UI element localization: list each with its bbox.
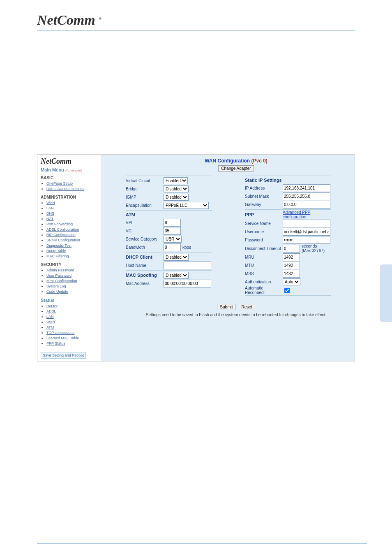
nav-link[interactable]: Route Table: [46, 249, 66, 253]
nav-link[interactable]: Admin Password: [46, 268, 74, 272]
page-title: WAN Configuration (Pvc 0): [126, 158, 346, 164]
field-input[interactable]: [164, 227, 181, 235]
atm-heading: ATM: [126, 211, 212, 218]
nav-link[interactable]: OnePage Setup: [46, 181, 73, 185]
nav-link[interactable]: Misc Configuration: [46, 279, 77, 283]
field-label: Authentication: [245, 280, 283, 284]
field-label: MRU: [245, 255, 283, 259]
field-label: Service Category: [126, 237, 164, 241]
field-label: VCI: [126, 229, 164, 233]
nav-link[interactable]: Learned MAC Table: [46, 336, 79, 340]
field-label: Bandwidth: [126, 245, 164, 250]
brand-logo: NetComm ®: [37, 12, 355, 31]
field-input[interactable]: Disabled: [164, 185, 189, 192]
nav-link[interactable]: System Log: [46, 284, 66, 288]
field-input[interactable]: [283, 220, 330, 227]
nav-link[interactable]: WAN: [46, 201, 55, 205]
field-input[interactable]: Auto: [283, 278, 300, 285]
submit-button[interactable]: Submit: [217, 304, 235, 310]
sidebar-logo: NetComm: [41, 157, 98, 166]
nav-link[interactable]: DNS: [46, 211, 54, 215]
field-input[interactable]: UBR: [164, 236, 182, 243]
nav-link[interactable]: Code Update: [46, 290, 68, 294]
field-label: IGMP: [126, 195, 164, 199]
nav-link[interactable]: WAN: [46, 320, 55, 324]
nav-link[interactable]: LAN: [46, 206, 54, 210]
section-security: SECURITY: [41, 262, 98, 267]
nav-link[interactable]: hide advanced settings: [46, 187, 84, 191]
reset-button[interactable]: Reset: [239, 304, 255, 310]
field-label: Disconnect Timeout: [245, 246, 283, 251]
sidebar: NetComm Main Menu (Advanced) BASIC OnePa…: [37, 155, 101, 361]
field-label: Encapsulation: [126, 203, 164, 208]
field-input[interactable]: [164, 262, 211, 269]
field-input[interactable]: [283, 270, 300, 278]
nav-link[interactable]: LAN: [46, 315, 54, 319]
change-adapter-button[interactable]: Change Adapter: [218, 165, 254, 171]
field-label: Subnet Mask: [245, 194, 283, 199]
field-label: IP Address: [245, 186, 283, 190]
field-label: VPI: [126, 220, 164, 225]
static-ip-heading: Static IP Settings: [245, 176, 331, 184]
field-input[interactable]: [283, 236, 330, 244]
router-admin-screenshot: NetComm Main Menu (Advanced) BASIC OnePa…: [37, 154, 355, 361]
field-label: MSS: [245, 271, 283, 276]
nav-link[interactable]: User Password: [46, 273, 71, 278]
nav-link[interactable]: ADSL: [46, 309, 56, 313]
field-label: Mac Address: [126, 281, 164, 286]
field-input[interactable]: Disabled: [164, 272, 189, 279]
section-admin: ADMINISTRATION: [41, 195, 98, 199]
nav-link[interactable]: Router: [46, 304, 58, 308]
field-input[interactable]: [283, 201, 330, 208]
section-status: Status: [41, 298, 98, 303]
nav-link[interactable]: Port Forwarding: [46, 222, 73, 226]
field-input[interactable]: Disabled: [164, 194, 189, 201]
field-input[interactable]: [283, 262, 300, 269]
field-input[interactable]: PPPoE LLC: [164, 202, 209, 209]
field-label: Automatic Reconnect: [245, 286, 283, 295]
field-label: Password: [245, 238, 283, 242]
nav-link[interactable]: Diagnostic Test: [46, 243, 71, 248]
main-menu-title: Main Menu (Advanced): [41, 167, 98, 172]
nav-link[interactable]: SNMP Configuration: [46, 238, 80, 242]
side-tab-decoration: [380, 264, 392, 322]
nav-link[interactable]: NAT: [46, 217, 53, 221]
nav-link[interactable]: PPP Status: [46, 341, 65, 345]
nav-link[interactable]: ADSL Configuration: [46, 227, 79, 232]
field-input[interactable]: [283, 245, 300, 253]
field-input[interactable]: [283, 228, 330, 236]
field-input[interactable]: [283, 253, 300, 261]
field-input[interactable]: [164, 280, 211, 287]
nav-link[interactable]: MAC Filtering: [46, 254, 69, 258]
section-basic: BASIC: [41, 176, 98, 180]
field-label: Host Name: [126, 263, 164, 268]
field-label: Username: [245, 229, 283, 234]
main-panel: WAN Configuration (Pvc 0) Change Adapter…: [101, 155, 355, 361]
nav-link[interactable]: ATM: [46, 325, 54, 329]
field-input[interactable]: [283, 184, 330, 192]
field-label: Gateway: [245, 202, 283, 207]
nav-link[interactable]: RIP Configuration: [46, 233, 76, 237]
save-reboot-button[interactable]: Save Setting and Reboot: [41, 352, 86, 359]
left-column: Virtual CircuitEnabledBridgeDisabledIGMP…: [126, 176, 212, 296]
field-label: Service Name: [245, 221, 283, 226]
field-label: Bridge: [126, 187, 164, 191]
field-suffix: seconds (Max:32767): [302, 244, 331, 253]
right-column: Static IP Settings IP AddressSubnet Mask…: [245, 176, 331, 296]
field-input[interactable]: [164, 243, 181, 251]
advanced-ppp-link[interactable]: Advanced PPP configuration: [283, 210, 331, 219]
field-input[interactable]: Enabled: [164, 177, 188, 184]
field-input[interactable]: [164, 219, 181, 227]
field-suffix: kbps: [182, 245, 191, 250]
field-input[interactable]: [284, 288, 290, 293]
footnote-text: Settings need to be saved to Flash and t…: [126, 313, 346, 317]
nav-link[interactable]: TCP connections: [46, 331, 74, 335]
field-label: MTU: [245, 263, 283, 268]
field-input[interactable]: [283, 192, 330, 200]
field-input[interactable]: Disabled: [164, 254, 189, 261]
ppp-heading: PPP: [245, 212, 283, 217]
field-label: DHCP Client: [126, 255, 164, 259]
field-label: MAC Spoofing: [126, 273, 164, 278]
field-label: Virtual Circuit: [126, 178, 164, 183]
